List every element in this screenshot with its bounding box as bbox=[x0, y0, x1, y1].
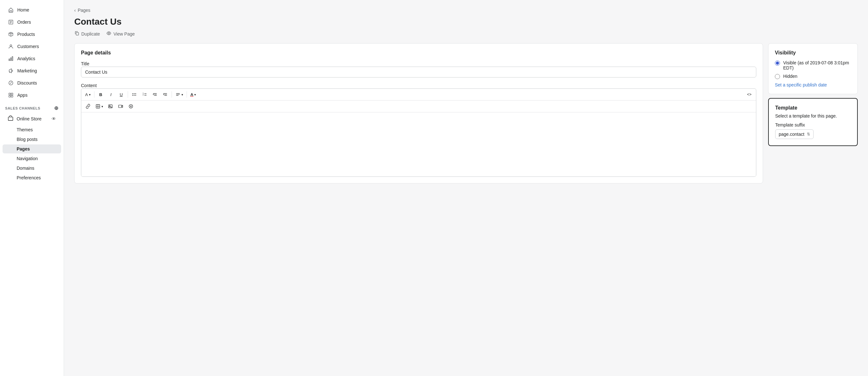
svg-rect-2 bbox=[9, 59, 10, 61]
sidebar-sub-preferences[interactable]: Preferences bbox=[3, 173, 61, 182]
analytics-icon bbox=[8, 55, 14, 62]
svg-rect-9 bbox=[11, 95, 13, 97]
template-title: Template bbox=[775, 105, 851, 111]
hidden-label: Hidden bbox=[783, 74, 797, 79]
link-button[interactable] bbox=[83, 102, 93, 111]
svg-rect-8 bbox=[9, 95, 10, 97]
svg-rect-35 bbox=[119, 105, 122, 108]
svg-rect-3 bbox=[10, 58, 11, 61]
eye-icon[interactable]: 👁 bbox=[52, 116, 56, 121]
svg-point-13 bbox=[132, 93, 133, 94]
unordered-list-button[interactable] bbox=[130, 90, 139, 99]
outdent-button[interactable] bbox=[150, 90, 160, 99]
content-field: Content A ▾ B I U bbox=[81, 83, 756, 177]
duplicate-button[interactable]: Duplicate bbox=[74, 31, 100, 37]
underline-button[interactable]: U bbox=[117, 90, 126, 99]
discounts-icon bbox=[8, 80, 14, 86]
template-select-arrows-icon: ⇅ bbox=[807, 132, 810, 137]
sidebar-item-apps-label: Apps bbox=[17, 92, 28, 98]
font-size-arrow: ▾ bbox=[89, 93, 91, 96]
online-store-icon bbox=[8, 115, 13, 122]
sidebar-item-marketing[interactable]: Marketing bbox=[3, 65, 61, 77]
font-size-button[interactable]: A ▾ bbox=[83, 90, 93, 99]
rich-text-editor: A ▾ B I U bbox=[81, 88, 756, 177]
template-suffix-select[interactable]: page.contact ⇅ bbox=[775, 129, 814, 139]
page-details-title: Page details bbox=[81, 50, 756, 56]
sidebar-item-products-label: Products bbox=[17, 32, 35, 37]
visibility-card: Visibility Visible (as of 2019-07-08 3:0… bbox=[768, 43, 858, 94]
svg-rect-10 bbox=[8, 117, 13, 120]
visible-option[interactable]: Visible (as of 2019-07-08 3:01pm EDT) bbox=[775, 60, 851, 70]
svg-point-12 bbox=[108, 33, 110, 34]
visible-label: Visible (as of 2019-07-08 3:01pm EDT) bbox=[783, 60, 851, 70]
svg-point-1 bbox=[10, 45, 11, 47]
sidebar-item-orders[interactable]: Orders bbox=[3, 16, 61, 28]
sidebar-sub-domains[interactable]: Domains bbox=[3, 164, 61, 173]
alignment-button[interactable]: ▾ bbox=[174, 90, 185, 99]
sidebar-item-customers-label: Customers bbox=[17, 44, 39, 49]
sidebar-sub-themes[interactable]: Themes bbox=[3, 125, 61, 134]
title-field: Title bbox=[81, 61, 756, 83]
source-code-button[interactable]: <> bbox=[744, 90, 754, 99]
chevron-left-icon: ‹ bbox=[74, 8, 76, 13]
sidebar-item-orders-label: Orders bbox=[17, 20, 31, 25]
italic-button[interactable]: I bbox=[106, 90, 116, 99]
add-sales-channel-icon[interactable]: ⊕ bbox=[54, 105, 59, 111]
main-content: ‹ Pages Contact Us Duplicate View Page bbox=[64, 0, 868, 376]
bold-button[interactable]: B bbox=[96, 90, 105, 99]
apps-icon bbox=[8, 92, 14, 98]
content-label: Content bbox=[81, 83, 97, 88]
page-title: Contact Us bbox=[74, 17, 858, 27]
home-icon bbox=[8, 7, 14, 13]
editor-toolbar-row1: A ▾ B I U bbox=[81, 89, 756, 100]
title-label: Title bbox=[81, 61, 89, 66]
sidebar-item-marketing-label: Marketing bbox=[17, 68, 37, 73]
indent-button[interactable] bbox=[160, 90, 170, 99]
sidebar-item-analytics[interactable]: Analytics bbox=[3, 53, 61, 64]
content-area: Page details Title Content A ▾ bbox=[74, 43, 858, 183]
sidebar-sub-navigation[interactable]: Navigation bbox=[3, 154, 61, 163]
sidebar-item-home[interactable]: Home bbox=[3, 4, 61, 16]
toolbar-divider-2 bbox=[128, 91, 128, 98]
template-suffix-label: Template suffix bbox=[775, 122, 851, 127]
font-color-button[interactable]: A ▾ bbox=[188, 90, 198, 99]
clear-format-button[interactable] bbox=[126, 102, 136, 111]
video-button[interactable] bbox=[116, 102, 125, 111]
page-details-card: Page details Title Content A ▾ bbox=[74, 43, 763, 183]
sidebar: Home Orders Products Customers bbox=[0, 0, 64, 376]
sales-channels-section: SALES CHANNELS ⊕ bbox=[0, 101, 64, 112]
sidebar-item-customers[interactable]: Customers bbox=[3, 41, 61, 52]
visibility-title: Visibility bbox=[775, 50, 851, 56]
view-page-button[interactable]: View Page bbox=[106, 31, 135, 37]
sidebar-item-products[interactable]: Products bbox=[3, 29, 61, 40]
right-sidebar: Visibility Visible (as of 2019-07-08 3:0… bbox=[768, 43, 858, 146]
visible-radio[interactable] bbox=[775, 61, 780, 66]
template-suffix-value: page.contact bbox=[779, 132, 804, 137]
set-publish-date-link[interactable]: Set a specific publish date bbox=[775, 82, 851, 87]
sidebar-item-discounts[interactable]: Discounts bbox=[3, 77, 61, 89]
editor-toolbar-row2: ▾ bbox=[81, 100, 756, 112]
toolbar-divider-3 bbox=[172, 91, 172, 98]
sidebar-sub-blog-posts[interactable]: Blog posts bbox=[3, 135, 61, 144]
view-icon bbox=[106, 31, 112, 37]
breadcrumb[interactable]: ‹ Pages bbox=[74, 8, 858, 13]
sidebar-item-discounts-label: Discounts bbox=[17, 80, 37, 86]
title-input[interactable] bbox=[81, 67, 756, 78]
sidebar-item-online-store[interactable]: Online Store 👁 bbox=[3, 113, 61, 124]
sidebar-item-analytics-label: Analytics bbox=[17, 56, 35, 61]
alignment-arrow: ▾ bbox=[182, 93, 183, 96]
hidden-option[interactable]: Hidden bbox=[775, 74, 851, 79]
font-color-arrow: ▾ bbox=[194, 93, 196, 96]
table-button[interactable]: ▾ bbox=[93, 102, 105, 111]
svg-point-34 bbox=[110, 105, 110, 106]
hidden-radio[interactable] bbox=[775, 74, 780, 79]
image-button[interactable] bbox=[105, 102, 115, 111]
sidebar-item-apps[interactable]: Apps bbox=[3, 89, 61, 101]
svg-point-14 bbox=[132, 95, 133, 96]
online-store-label: Online Store bbox=[17, 116, 41, 121]
ordered-list-button[interactable]: 1. 2. bbox=[140, 90, 150, 99]
table-arrow: ▾ bbox=[101, 105, 103, 108]
sidebar-sub-pages[interactable]: Pages bbox=[3, 144, 61, 153]
editor-body[interactable] bbox=[81, 112, 756, 176]
duplicate-icon bbox=[74, 31, 80, 37]
